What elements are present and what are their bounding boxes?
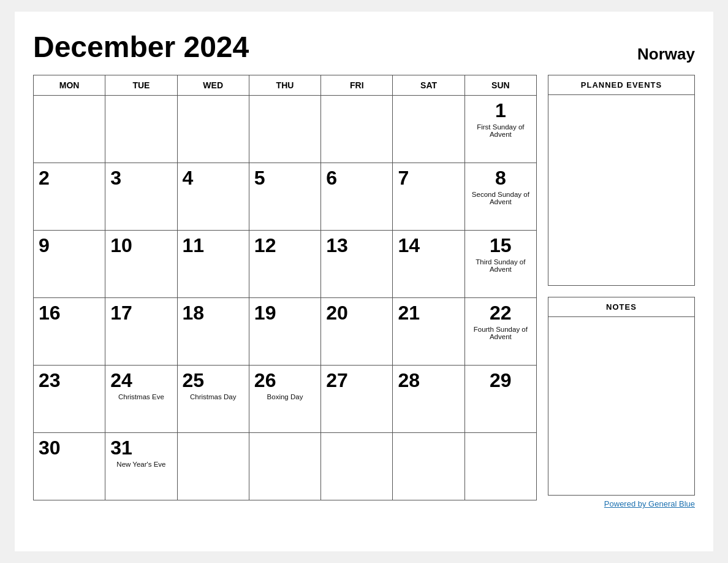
calendar-day-cell: 12 <box>249 231 320 298</box>
day-number: 15 <box>470 234 531 257</box>
day-number: 22 <box>470 302 531 324</box>
calendar-day-cell: 15Third Sunday of Advent <box>464 231 536 298</box>
calendar-day-cell <box>464 433 536 500</box>
day-number: 21 <box>398 302 459 324</box>
calendar-day-cell: 23 <box>34 366 105 433</box>
notes-body <box>548 317 694 495</box>
planned-events-box: PLANNED EVENTS <box>548 75 695 286</box>
day-number: 12 <box>254 234 316 257</box>
calendar-day-cell: 19 <box>249 298 320 366</box>
day-number: 31 <box>110 437 172 459</box>
calendar-day-cell: 16 <box>34 298 105 366</box>
col-wed: WED <box>177 75 249 96</box>
country-label: Norway <box>637 45 695 64</box>
calendar-day-cell: 3 <box>105 163 177 231</box>
calendar-week-3: 9101112131415Third Sunday of Advent <box>34 231 537 298</box>
col-thu: THU <box>249 75 320 96</box>
day-event: First Sunday of Advent <box>470 123 531 138</box>
calendar-day-cell <box>393 96 464 163</box>
calendar-week-4: 16171819202122Fourth Sunday of Advent <box>34 298 537 366</box>
day-number: 16 <box>39 302 100 324</box>
calendar-day-cell <box>249 96 320 163</box>
day-event: Boxing Day <box>254 393 316 400</box>
calendar-day-cell: 20 <box>321 298 393 366</box>
day-number: 7 <box>398 167 459 190</box>
day-number: 6 <box>326 167 387 190</box>
calendar-day-cell: 31New Year's Eve <box>105 433 177 500</box>
calendar-day-cell: 7 <box>393 163 464 231</box>
day-number: 20 <box>326 302 387 324</box>
calendar-day-cell <box>321 96 393 163</box>
calendar-day-cell <box>249 433 320 500</box>
col-sat: SAT <box>393 75 464 96</box>
day-number: 25 <box>183 369 244 392</box>
col-tue: TUE <box>105 75 177 96</box>
calendar-day-cell: 29 <box>464 366 536 433</box>
day-number: 9 <box>39 234 100 257</box>
col-fri: FRI <box>321 75 393 96</box>
calendar-day-cell: 5 <box>249 163 320 231</box>
day-event: Christmas Eve <box>110 393 172 400</box>
calendar-day-cell: 18 <box>177 298 249 366</box>
calendar-header-row: MON TUE WED THU FRI SAT SUN <box>34 75 537 96</box>
col-mon: MON <box>34 75 105 96</box>
page-title: December 2024 <box>33 30 249 64</box>
day-number: 27 <box>326 369 387 392</box>
calendar-day-cell: 30 <box>34 433 105 500</box>
calendar-day-cell <box>321 433 393 500</box>
calendar-day-cell: 8Second Sunday of Advent <box>464 163 536 231</box>
calendar-day-cell: 9 <box>34 231 105 298</box>
calendar-day-cell: 14 <box>393 231 464 298</box>
calendar-day-cell: 17 <box>105 298 177 366</box>
day-number: 2 <box>39 167 100 190</box>
calendar-day-cell: 4 <box>177 163 249 231</box>
calendar-week-5: 2324Christmas Eve25Christmas Day26Boxing… <box>34 366 537 433</box>
day-event: Fourth Sunday of Advent <box>470 326 531 340</box>
calendar-section: MON TUE WED THU FRI SAT SUN 1First Sunda… <box>33 75 537 508</box>
calendar-day-cell <box>34 96 105 163</box>
col-sun: SUN <box>464 75 536 96</box>
powered-by[interactable]: Powered by General Blue <box>548 499 695 508</box>
day-number: 14 <box>398 234 459 257</box>
day-number: 1 <box>470 99 531 122</box>
day-number: 17 <box>110 302 172 324</box>
notes-box: NOTES <box>548 297 695 496</box>
calendar-day-cell <box>177 96 249 163</box>
calendar-day-cell: 28 <box>393 366 464 433</box>
calendar-day-cell: 26Boxing Day <box>249 366 320 433</box>
calendar-day-cell: 21 <box>393 298 464 366</box>
planned-events-body <box>548 95 694 285</box>
planned-events-header: PLANNED EVENTS <box>548 75 694 95</box>
calendar-day-cell: 13 <box>321 231 393 298</box>
calendar-week-1: 1First Sunday of Advent <box>34 96 537 163</box>
day-number: 30 <box>39 437 100 459</box>
day-number: 18 <box>183 302 244 324</box>
day-number: 4 <box>183 167 244 190</box>
calendar-day-cell: 6 <box>321 163 393 231</box>
calendar-day-cell <box>105 96 177 163</box>
day-number: 13 <box>326 234 387 257</box>
day-number: 10 <box>110 234 172 257</box>
day-event: Third Sunday of Advent <box>470 258 531 273</box>
header: December 2024 Norway <box>33 30 695 64</box>
day-event: New Year's Eve <box>110 461 172 468</box>
day-number: 26 <box>254 369 316 392</box>
calendar-day-cell <box>393 433 464 500</box>
notes-header: NOTES <box>548 297 694 317</box>
calendar-table: MON TUE WED THU FRI SAT SUN 1First Sunda… <box>33 75 537 500</box>
calendar-day-cell: 1First Sunday of Advent <box>464 96 536 163</box>
calendar-day-cell: 2 <box>34 163 105 231</box>
day-number: 19 <box>254 302 316 324</box>
sidebar: PLANNED EVENTS NOTES Powered by General … <box>548 75 695 508</box>
day-number: 11 <box>183 234 244 257</box>
calendar-day-cell: 10 <box>105 231 177 298</box>
day-number: 28 <box>398 369 459 392</box>
day-number: 29 <box>470 369 531 392</box>
day-number: 5 <box>254 167 316 190</box>
day-number: 3 <box>110 167 172 190</box>
page: December 2024 Norway MON TUE WED THU FRI… <box>15 12 713 551</box>
calendar-week-6: 3031New Year's Eve <box>34 433 537 500</box>
day-event: Second Sunday of Advent <box>470 191 531 205</box>
day-event: Christmas Day <box>183 393 244 400</box>
calendar-day-cell: 25Christmas Day <box>177 366 249 433</box>
